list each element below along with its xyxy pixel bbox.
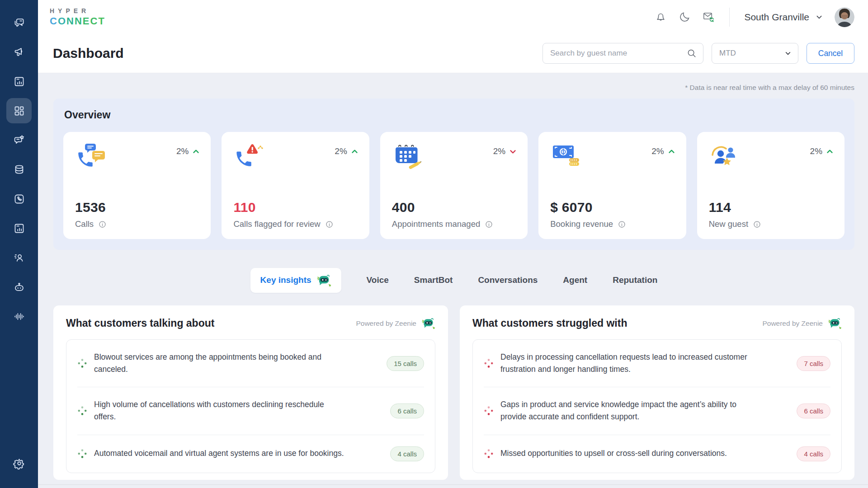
tab-label: SmartBot	[414, 275, 453, 285]
sidebar-item-chat-messages[interactable]	[6, 10, 32, 35]
chat-messages-icon	[13, 17, 25, 29]
info-icon[interactable]	[485, 220, 493, 229]
tab-label: Agent	[563, 275, 587, 285]
date-range-select[interactable]: MTD	[712, 43, 798, 64]
tab-conversations[interactable]: Conversations	[478, 275, 538, 285]
insight-dots-icon	[77, 449, 87, 459]
trend-value: 2%	[335, 146, 347, 156]
tab-label: Reputation	[613, 275, 657, 285]
sidebar-item-chat-star[interactable]	[6, 127, 32, 153]
metric-value: 1536	[75, 200, 200, 215]
sidebar-item-settings[interactable]	[6, 450, 32, 476]
metric-card: 2% 110 Calls flagged for review	[222, 132, 369, 239]
trend-indicator: 2%	[335, 146, 358, 156]
insight-row: High volume of cancellations with custom…	[77, 387, 424, 434]
insight-row: Blowout services are among the appointme…	[77, 340, 424, 387]
trend-value: 2%	[810, 146, 822, 156]
calls-count-badge: 6 calls	[390, 404, 424, 418]
chevron-down-icon	[784, 50, 792, 57]
tab-label: Key insights	[260, 275, 311, 285]
insight-panel-positive: What customers talking about Powered by …	[53, 305, 448, 480]
header-divider	[729, 8, 730, 27]
logo-word-connect: CONNECT	[50, 16, 105, 26]
metric-label: Booking revenue	[550, 219, 613, 229]
insight-row: Gaps in product and service knowledge im…	[484, 387, 830, 434]
zeenie-mascot-icon	[827, 317, 842, 329]
tab-voice[interactable]: Voice	[367, 275, 389, 285]
metric-label: Calls flagged for review	[233, 219, 320, 229]
top-header: HYPER CONNECT	[38, 0, 868, 34]
powered-by-label: Powered by Zeenie	[762, 319, 823, 328]
sidebar-item-database[interactable]	[6, 157, 32, 182]
insight-text: Blowout services are among the appointme…	[94, 351, 347, 375]
sidebar-item-robot[interactable]	[6, 274, 32, 300]
cancel-button[interactable]: Cancel	[807, 43, 854, 64]
powered-by-label: Powered by Zeenie	[356, 319, 416, 328]
info-icon[interactable]	[325, 220, 334, 229]
people-group-icon	[13, 252, 25, 264]
metric-label: Appointments managed	[392, 219, 480, 229]
location-label: South Granville	[744, 12, 809, 23]
insight-dots-icon	[484, 358, 494, 368]
sidebar-item-report-chart[interactable]	[6, 216, 32, 241]
trend-indicator: 2%	[810, 146, 834, 156]
insight-dots-icon	[77, 406, 87, 416]
database-icon	[13, 164, 25, 176]
overview-section: Overview 2% 1536 Calls 2%	[53, 99, 854, 250]
sidebar-item-megaphone[interactable]	[6, 39, 32, 65]
insight-text: Gaps in product and service knowledge im…	[500, 399, 754, 423]
content-area: * Data is near real time with a max dela…	[38, 73, 868, 488]
tab-agent[interactable]: Agent	[563, 275, 587, 285]
insight-dots-icon	[484, 449, 494, 459]
search-input[interactable]	[550, 49, 687, 58]
guest-search-box	[542, 43, 703, 64]
robot-icon	[13, 281, 25, 293]
appointments-icon	[392, 143, 424, 171]
panel-title: What customers struggled with	[472, 317, 627, 329]
sidebar-item-people-group[interactable]	[6, 245, 32, 270]
info-icon[interactable]	[753, 220, 761, 229]
notifications-bell-icon[interactable]	[655, 11, 667, 23]
gear-icon	[13, 457, 25, 469]
sidebar-item-waveform[interactable]	[6, 304, 32, 329]
calls-count-badge: 4 calls	[797, 446, 830, 461]
trend-value: 2%	[651, 146, 664, 156]
dashboard-grid-icon	[13, 105, 25, 117]
report-chart-icon	[13, 222, 25, 235]
user-avatar[interactable]	[835, 7, 854, 27]
info-icon[interactable]	[98, 220, 107, 229]
insight-tabs: Key insights VoiceSmartBotConversationsA…	[53, 267, 854, 294]
sidebar-item-report-chart[interactable]	[6, 69, 32, 94]
calls-count-badge: 4 calls	[390, 446, 424, 461]
zeenie-mascot-icon	[421, 317, 435, 329]
tab-reputation[interactable]: Reputation	[613, 275, 657, 285]
insight-list: Blowout services are among the appointme…	[66, 339, 435, 473]
insight-row: Delays in processing cancellation reques…	[484, 340, 830, 387]
dark-mode-moon-icon[interactable]	[679, 11, 691, 23]
waveform-icon	[13, 310, 25, 323]
trend-value: 2%	[176, 146, 189, 156]
insight-dots-icon	[77, 358, 87, 368]
logo-word-hyper: HYPER	[50, 8, 105, 14]
megaphone-icon	[13, 46, 25, 58]
sidebar-item-dashboard-grid[interactable]	[6, 98, 32, 123]
tab-smartbot[interactable]: SmartBot	[414, 275, 453, 285]
insight-list: Delays in processing cancellation reques…	[472, 339, 842, 473]
insight-text: Missed opportunities to upsell or cross-…	[500, 447, 727, 460]
tab-label: Conversations	[478, 275, 538, 285]
email-sync-icon[interactable]	[703, 11, 715, 23]
search-icon[interactable]	[687, 48, 697, 58]
date-range-value: MTD	[719, 49, 736, 58]
calls-count-badge: 15 calls	[387, 356, 424, 371]
panel-title: What customers talking about	[66, 317, 214, 329]
trend-value: 2%	[493, 146, 505, 156]
info-icon[interactable]	[618, 220, 626, 229]
chevron-down-icon	[816, 14, 823, 21]
flagged-calls-icon	[233, 143, 265, 171]
tab-key-insights[interactable]: Key insights	[250, 268, 341, 293]
calls-icon	[75, 143, 107, 171]
sidebar	[0, 0, 38, 488]
location-selector[interactable]: South Granville	[744, 12, 823, 23]
sidebar-item-phone[interactable]	[6, 186, 32, 211]
metric-value: 400	[392, 200, 517, 215]
